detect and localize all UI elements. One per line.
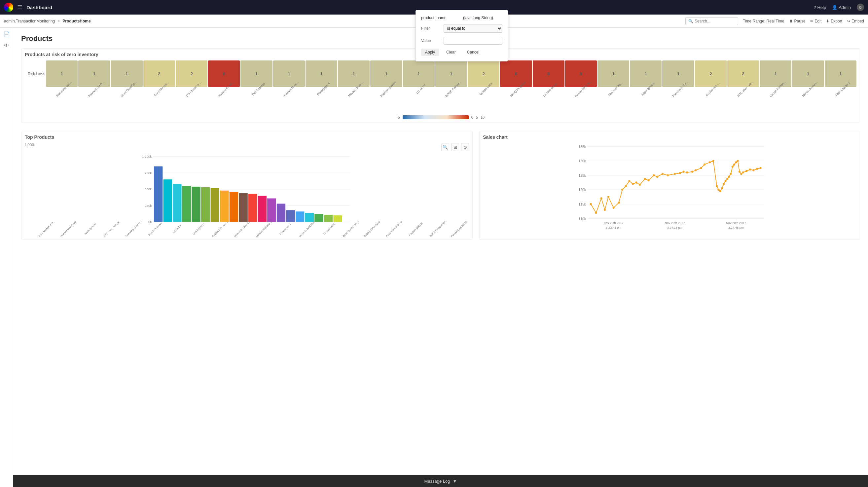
line-chart-dot [725,180,726,182]
legend-max: 10 [480,115,485,119]
bar-rect[interactable] [163,179,172,222]
line-chart-dot [756,168,758,170]
bar-rect[interactable] [286,210,294,222]
help-icon: ? [813,5,816,10]
line-chart-dot [625,185,627,187]
bar-rect[interactable] [154,166,162,222]
filter-popup-actions: Apply Clear Cancel [421,49,502,56]
line-chart-dot [742,172,744,174]
breadcrumb-toolbar: 🔍 Time Range: Real Time ⏸ Pause ✏ Edit ⬇… [685,17,864,25]
search-box[interactable]: 🔍 [685,17,738,25]
svg-text:Nov 20th 2017: Nov 20th 2017 [603,221,624,225]
bar-rect[interactable] [296,211,304,222]
search-chart-btn[interactable]: 🔍 [441,143,449,151]
line-chart-dot [618,202,620,204]
edit-btn[interactable]: ✏ Edit [810,19,822,24]
bar-rect[interactable] [314,214,323,222]
filter-chart-btn[interactable]: ⊞ [451,143,459,151]
heatmap-row-label: Risk Level [25,72,44,75]
line-chart-dot [760,167,762,169]
bottom-row: Top Products 1 000k 🔍 ⊞ ⊙ product_name (… [21,131,860,240]
svg-text:3:24:45 pm: 3:24:45 pm [728,226,744,229]
line-chart-dot [728,176,730,178]
admin-link[interactable]: 👤 Admin [832,5,851,10]
line-chart-dot [608,196,609,198]
bar-rect[interactable] [201,187,210,222]
notification-badge[interactable]: 0 [857,4,864,11]
pause-btn[interactable]: ⏸ Pause [789,19,806,24]
line-chart-dot [712,160,714,162]
svg-text:115k: 115k [579,203,586,206]
sidebar-document-icon[interactable]: 📄 [3,31,10,37]
bar-rect[interactable] [182,186,191,222]
message-log-label: Message Log [425,479,450,484]
help-link[interactable]: ? Help [813,5,826,10]
bar-rect[interactable] [324,215,333,222]
line-chart-dot [737,160,739,162]
filter-operator-select[interactable]: is equal to [443,28,502,33]
line-chart-dot [661,173,663,175]
bar-rect[interactable] [258,196,267,222]
sales-chart-title: Sales chart [483,134,857,140]
line-chart-dot [716,185,718,187]
svg-text:125k: 125k [579,174,586,177]
sidebar-left: 📄 👁 [0,28,13,487]
filter-clear-btn[interactable]: Clear [442,49,460,56]
bar-rect[interactable] [229,192,238,222]
line-chart-dot [648,179,650,181]
line-chart-dot [752,169,754,171]
main-content: Products Products at risk of zero invent… [13,28,868,487]
bar-rect[interactable] [211,188,219,222]
breadcrumb-current: ProductsHome [62,19,91,24]
line-chart-dot [695,169,697,171]
legend-high: 5 [476,115,478,119]
svg-text:500k: 500k [145,187,152,191]
svg-text:1 000k: 1 000k [142,155,152,158]
edit-icon: ✏ [810,19,813,24]
line-chart-dot [686,172,688,174]
filter-apply-btn[interactable]: Apply [421,49,439,56]
line-chart-dot [730,173,732,175]
line-chart-dot [590,203,592,205]
bar-rect[interactable] [267,199,276,222]
bar-rect[interactable] [220,191,228,222]
bar-chart-svg: 0k250k500k750k1 000k [25,154,469,226]
svg-text:0k: 0k [148,220,152,224]
bar-rect[interactable] [192,187,200,222]
line-chart-dot [745,170,747,172]
menu-icon[interactable]: ☰ [17,4,23,11]
svg-text:750k: 750k [145,171,152,175]
heatmap-row: Risk Level 1112281111111288811122111 [25,60,857,87]
line-chart-dot [636,181,638,183]
filter-cancel-btn[interactable]: Cancel [463,49,483,56]
time-range-btn[interactable]: Time Range: Real Time [743,19,784,24]
y-axis-max: 1 000k [25,143,35,151]
bar-rect[interactable] [277,204,285,222]
export-btn[interactable]: ⬇ Export [826,19,842,24]
line-chart-dot [719,190,721,192]
line-chart-path [591,161,761,213]
bar-rect[interactable] [173,184,181,222]
line-chart-dot [739,171,741,173]
top-products-section: Top Products 1 000k 🔍 ⊞ ⊙ product_name (… [21,131,473,240]
bar-rect[interactable] [248,194,257,222]
search-input[interactable] [694,19,734,24]
bar-chart-toolbar: 1 000k 🔍 ⊞ ⊙ [25,143,469,151]
filter-value-input[interactable] [443,37,502,44]
line-chart-dot [749,169,751,171]
pause-icon: ⏸ [789,19,793,24]
breadcrumb-link[interactable]: admin.TransactionMonitoring [4,19,55,24]
settings-chart-btn[interactable]: ⊙ [461,143,469,151]
bar-x-labels: DJI Phantom 4 D...Huawei MateBook w...Ap… [35,228,469,246]
navbar-title: Dashboard [26,5,810,10]
sidebar-eye-icon[interactable]: 👁 [4,42,9,49]
embed-btn[interactable]: ↪ Embed [847,19,864,24]
line-chart-dot [628,180,630,182]
filter-popup-filter-row: Filter is equal to [421,28,502,33]
message-log-bar[interactable]: Message Log ▼ [13,475,868,487]
sales-chart-section: Sales chart 135k130k125k120k115k110kNov … [479,131,860,240]
bar-rect[interactable] [305,213,314,222]
line-chart-dot [667,175,669,176]
bar-rect[interactable] [239,193,247,222]
filter-label: Filter [421,28,441,31]
